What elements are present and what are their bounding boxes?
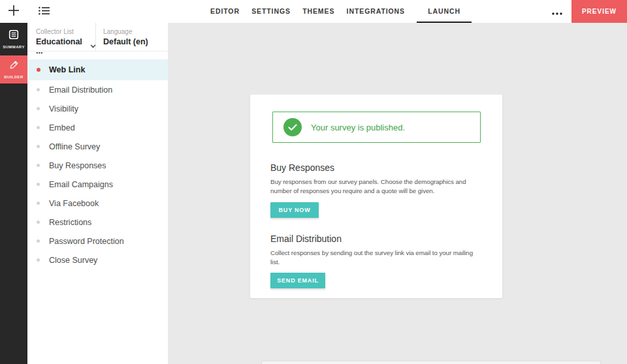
tab-editor[interactable]: EDITOR xyxy=(210,0,240,23)
published-banner: Your survey is published. xyxy=(272,112,481,143)
bullet-icon xyxy=(37,107,40,110)
rail-item-summary[interactable]: SUMMARY xyxy=(0,23,27,55)
nav-tabs: EDITOR SETTINGS THEMES INTEGRATIONS LAUN… xyxy=(210,0,472,23)
rail-item-label: BUILDER xyxy=(4,75,23,79)
email-distribution-title: Email Distribution xyxy=(270,234,481,244)
sidebar-item-label: Buy Responses xyxy=(49,161,106,170)
language-label: Language xyxy=(103,28,148,35)
sidebar-item-label: Via Facebook xyxy=(49,199,99,208)
bullet-icon xyxy=(37,258,40,262)
bullet-icon xyxy=(37,145,40,148)
bullet-icon xyxy=(37,68,40,72)
ellipsis-icon xyxy=(552,6,562,18)
left-rail: SUMMARY BUILDER xyxy=(0,23,27,364)
add-button[interactable] xyxy=(0,0,27,23)
sidebar-item-label: Close Survey xyxy=(49,256,97,265)
buy-responses-title: Buy Responses xyxy=(270,162,481,173)
bullet-icon xyxy=(37,183,40,186)
check-icon xyxy=(283,118,302,136)
overflow-menu-button[interactable] xyxy=(547,0,567,23)
tab-settings[interactable]: SETTINGS xyxy=(251,0,291,23)
sidebar-item-restrictions[interactable]: Restrictions xyxy=(27,213,168,232)
document-icon xyxy=(8,29,19,42)
pencil-icon xyxy=(9,60,19,72)
tab-launch[interactable]: LAUNCH xyxy=(417,0,472,23)
language-value: Default (en) xyxy=(103,37,148,46)
sidebar-item-label: Embed xyxy=(49,123,75,132)
sidebar-item-via-facebook[interactable]: Via Facebook xyxy=(27,194,168,213)
launch-card: Your survey is published. Buy Responses … xyxy=(250,95,502,298)
buy-now-button[interactable]: BUY NOW xyxy=(270,202,319,218)
sidebar-item-web-link[interactable]: Web Link xyxy=(27,59,168,80)
collector-list-label: Collector List xyxy=(36,28,95,35)
list-icon xyxy=(39,6,50,18)
sidebar-item-email-distribution[interactable]: Email Distribution xyxy=(27,80,168,99)
bullet-icon xyxy=(37,164,40,167)
published-banner-text: Your survey is published. xyxy=(311,123,405,132)
next-card-edge xyxy=(261,361,601,364)
sidebar-item-label: Restrictions xyxy=(49,218,91,227)
bullet-icon xyxy=(37,202,40,205)
send-email-button[interactable]: SEND EMAIL xyxy=(270,273,325,288)
chevron-down-icon xyxy=(90,44,96,48)
buy-responses-section: Buy Responses Buy responses from our sur… xyxy=(270,162,481,218)
sidebar-item-embed[interactable]: Embed xyxy=(27,118,168,137)
email-distribution-section: Email Distribution Collect responses by … xyxy=(270,234,481,288)
sidebar-header: Collector List Educational ... Language … xyxy=(27,23,168,52)
bullet-icon xyxy=(37,220,40,224)
sidebar-item-label: Offline Survey xyxy=(49,142,100,151)
tab-integrations[interactable]: INTEGRATIONS xyxy=(347,0,405,23)
bullet-icon xyxy=(37,239,40,243)
bullet-icon xyxy=(37,126,40,129)
plus-icon xyxy=(8,5,20,19)
sidebar-item-password-protection[interactable]: Password Protection xyxy=(27,232,168,250)
main-content: Your survey is published. Buy Responses … xyxy=(168,23,627,364)
sidebar-item-buy-responses[interactable]: Buy Responses xyxy=(27,156,168,175)
collector-dropdown-value: Educational ... xyxy=(36,37,82,55)
collector-option-list: Web Link Email Distribution Visibility E… xyxy=(27,59,168,269)
collector-dropdown[interactable]: Educational ... xyxy=(36,37,95,55)
sidebar-item-visibility[interactable]: Visibility xyxy=(27,99,168,118)
collector-sidebar: Collector List Educational ... Language … xyxy=(27,23,168,364)
sidebar-item-email-campaigns[interactable]: Email Campaigns xyxy=(27,175,168,194)
bullet-icon xyxy=(37,88,40,91)
sidebar-item-close-survey[interactable]: Close Survey xyxy=(27,250,168,269)
sidebar-item-label: Password Protection xyxy=(49,237,124,246)
email-distribution-description: Collect responses by sending out the sur… xyxy=(270,249,474,266)
rail-item-label: SUMMARY xyxy=(3,45,25,49)
sidebar-item-label: Email Campaigns xyxy=(49,180,113,189)
rail-item-builder[interactable]: BUILDER xyxy=(0,55,27,83)
sidebar-item-offline-survey[interactable]: Offline Survey xyxy=(27,137,168,156)
question-list-button[interactable] xyxy=(31,0,56,23)
topbar: EDITOR SETTINGS THEMES INTEGRATIONS LAUN… xyxy=(0,0,627,23)
sidebar-item-label: Email Distribution xyxy=(49,85,112,95)
sidebar-item-label: Web Link xyxy=(49,65,85,74)
tab-themes[interactable]: THEMES xyxy=(302,0,334,23)
buy-responses-description: Buy responses from our survey panels. Ch… xyxy=(270,177,474,195)
sidebar-item-label: Visibility xyxy=(49,104,78,114)
preview-button[interactable]: PREVIEW xyxy=(571,0,627,23)
